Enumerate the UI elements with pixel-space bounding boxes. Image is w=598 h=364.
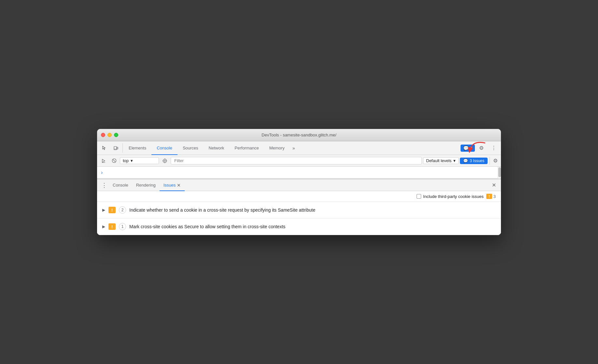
issues-chat-icon: 💬 bbox=[463, 146, 469, 151]
drawer-tab-issues[interactable]: Issues ✕ bbox=[160, 180, 185, 191]
issues-tab-close-icon[interactable]: ✕ bbox=[177, 183, 181, 188]
clear-console-button[interactable] bbox=[109, 156, 119, 165]
expand-arrow-1[interactable]: ▶ bbox=[102, 208, 105, 212]
default-levels-selector[interactable]: Default levels ▾ bbox=[423, 157, 459, 164]
issues-filter-bar: Include third-party cookie issues ! 3 bbox=[97, 191, 501, 202]
drawer-menu-icon: ⋮ bbox=[101, 182, 107, 189]
issue-text-1: Indicate whether to send a cookie in a c… bbox=[129, 207, 315, 214]
drawer-tab-console[interactable]: Console bbox=[109, 180, 132, 191]
drawer-area: ⋮ Console Rendering Issues ✕ ✕ bbox=[97, 179, 501, 235]
issues-count-badge: ! 3 bbox=[486, 194, 496, 199]
drawer-close-button[interactable]: ✕ bbox=[489, 181, 498, 190]
more-vert-icon: ⋮ bbox=[491, 145, 496, 151]
third-party-filter-label[interactable]: Include third-party cookie issues bbox=[417, 194, 484, 199]
traffic-lights bbox=[101, 133, 118, 137]
issues-badge-2-label: 3 Issues bbox=[470, 159, 484, 163]
tab-performance[interactable]: Performance bbox=[229, 142, 264, 155]
prompt-chevron[interactable]: › bbox=[101, 170, 103, 175]
dropdown-arrow-icon: ▾ bbox=[131, 158, 133, 163]
tab-console[interactable]: Console bbox=[151, 142, 178, 155]
tab-sources[interactable]: Sources bbox=[178, 142, 204, 155]
issue-row-2[interactable]: ▶ ! 1 Mark cross-site cookies as Secure … bbox=[97, 218, 501, 235]
tab-elements[interactable]: Elements bbox=[123, 142, 151, 155]
third-party-checkbox[interactable] bbox=[417, 194, 421, 199]
console-prompt: › bbox=[97, 167, 498, 178]
issues-badge-2-button[interactable]: 💬 3 Issues bbox=[460, 158, 488, 164]
third-party-filter-text: Include third-party cookie issues bbox=[423, 194, 484, 199]
minimize-button[interactable] bbox=[107, 133, 112, 137]
warn-icon-2: ! bbox=[108, 223, 116, 230]
toolbar-right: 💬 3 bbox=[461, 141, 500, 155]
title-bar: DevTools - samesite-sandbox.glitch.me/ bbox=[97, 129, 501, 141]
toolbar-separator bbox=[122, 143, 123, 153]
context-value: top bbox=[123, 158, 129, 163]
issue-row-1[interactable]: ▶ ! 2 Indicate whether to send a cookie … bbox=[97, 202, 501, 218]
devtools-window: DevTools - samesite-sandbox.glitch.me/ E… bbox=[97, 129, 501, 235]
svg-rect-1 bbox=[117, 147, 118, 149]
issues-total-count: 3 bbox=[493, 194, 496, 199]
top-toolbar: Elements Console Sources Network Perform… bbox=[97, 141, 501, 155]
settings-icon: ⚙ bbox=[479, 145, 484, 151]
devtools-body: Elements Console Sources Network Perform… bbox=[97, 141, 501, 235]
scrollbar-thumb[interactable] bbox=[498, 167, 501, 177]
svg-point-7 bbox=[163, 159, 167, 162]
filter-input[interactable] bbox=[171, 157, 422, 164]
scrollbar-track bbox=[498, 167, 501, 178]
console-prompt-area: › bbox=[97, 167, 501, 179]
warn-icon-1: ! bbox=[108, 207, 116, 213]
tab-memory[interactable]: Memory bbox=[264, 142, 290, 155]
close-button[interactable] bbox=[101, 133, 105, 137]
issue-count-1: 2 bbox=[119, 206, 126, 214]
nav-tabs: Elements Console Sources Network Perform… bbox=[123, 141, 461, 155]
issues-badge-count: 3 bbox=[470, 146, 472, 150]
execute-script-button[interactable] bbox=[99, 156, 108, 165]
svg-line-6 bbox=[113, 160, 115, 162]
inspect-element-button[interactable] bbox=[98, 141, 110, 155]
issues-content: Include third-party cookie issues ! 3 ▶ … bbox=[97, 191, 501, 235]
tab-network[interactable]: Network bbox=[204, 142, 230, 155]
more-tabs-button[interactable]: » bbox=[290, 141, 298, 155]
drawer-close-icon: ✕ bbox=[492, 182, 496, 188]
maximize-button[interactable] bbox=[114, 133, 118, 137]
device-mode-button[interactable] bbox=[110, 141, 122, 155]
more-options-button[interactable]: ⋮ bbox=[488, 145, 500, 151]
issue-count-2: 1 bbox=[119, 223, 126, 230]
console-settings-button[interactable]: ⚙ bbox=[492, 156, 499, 165]
drawer-tab-rendering[interactable]: Rendering bbox=[132, 180, 160, 191]
issue-text-2: Mark cross-site cookies as Secure to all… bbox=[129, 223, 285, 230]
issues-badge-2-icon: 💬 bbox=[463, 159, 468, 163]
expand-arrow-2[interactable]: ▶ bbox=[102, 224, 105, 229]
drawer-tabs: ⋮ Console Rendering Issues ✕ ✕ bbox=[97, 179, 501, 191]
toolbar-sep-2 bbox=[490, 157, 490, 165]
svg-point-8 bbox=[164, 160, 165, 161]
context-selector[interactable]: top ▾ bbox=[120, 157, 159, 164]
issues-badge-button[interactable]: 💬 3 bbox=[461, 145, 475, 152]
drawer-menu-button[interactable]: ⋮ bbox=[100, 181, 109, 190]
warn-icon-count: ! bbox=[486, 194, 492, 199]
live-expressions-button[interactable] bbox=[160, 156, 169, 165]
window-title: DevTools - samesite-sandbox.glitch.me/ bbox=[262, 133, 336, 137]
svg-marker-3 bbox=[102, 159, 105, 162]
default-levels-label: Default levels bbox=[426, 158, 451, 163]
settings-button[interactable]: ⚙ bbox=[476, 145, 487, 151]
default-levels-arrow-icon: ▾ bbox=[453, 158, 456, 163]
console-toolbar: top ▾ Default levels ▾ 💬 3 bbox=[97, 155, 501, 167]
